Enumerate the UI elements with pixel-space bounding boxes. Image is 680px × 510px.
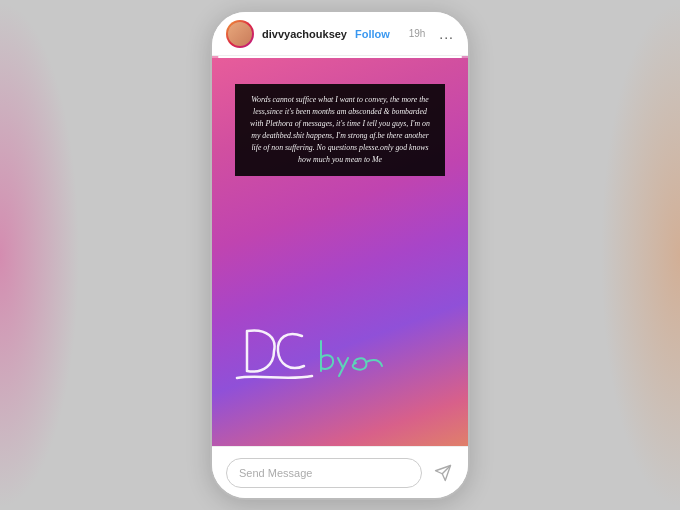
avatar-inner	[228, 22, 252, 46]
story-content: Words cannot suffice what I want to conv…	[212, 56, 468, 446]
signature-bye-svg	[316, 336, 386, 381]
username-label[interactable]: divvyachouksey	[262, 28, 347, 40]
outer-wrapper: divvyachouksey Follow 19h ... Words cann…	[0, 0, 680, 510]
signature-area	[232, 316, 448, 386]
send-icon[interactable]	[432, 462, 454, 484]
bottom-bar: Send Message	[212, 446, 468, 498]
follow-button[interactable]: Follow	[355, 28, 390, 40]
story-text-block: Words cannot suffice what I want to conv…	[235, 84, 445, 176]
story-text: Words cannot suffice what I want to conv…	[250, 95, 430, 164]
signature-dc-svg	[232, 316, 322, 386]
phone-frame: divvyachouksey Follow 19h ... Words cann…	[210, 10, 470, 500]
message-placeholder: Send Message	[239, 467, 312, 479]
top-bar: divvyachouksey Follow 19h ...	[212, 12, 468, 56]
avatar	[226, 20, 254, 48]
more-options-button[interactable]: ...	[439, 26, 454, 42]
progress-segment	[218, 56, 462, 58]
progress-bar	[212, 56, 468, 58]
time-label: 19h	[409, 28, 426, 39]
message-input[interactable]: Send Message	[226, 458, 422, 488]
